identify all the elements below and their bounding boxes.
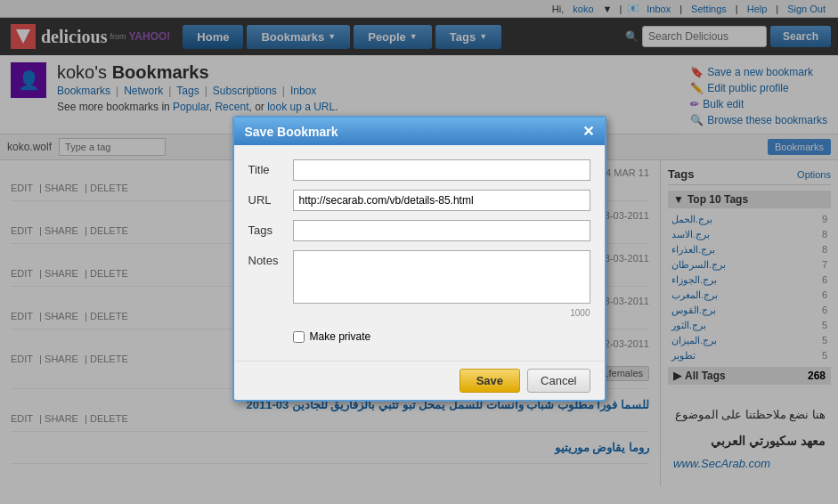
make-private-checkbox[interactable] [293,331,305,343]
modal-cancel-button[interactable]: Cancel [527,369,590,393]
modal-header: Save Bookmark ✕ [234,118,605,145]
tags-field [293,220,590,241]
title-form-row: Title [248,159,590,181]
notes-textarea[interactable] [293,250,590,304]
tags-label: Tags [248,220,293,237]
modal-footer: Save Cancel [234,361,605,400]
save-bookmark-modal: Save Bookmark ✕ Title URL Tags [232,116,606,402]
tags-form-row: Tags [248,220,590,241]
modal-title: Save Bookmark [245,125,338,139]
url-input[interactable] [293,190,590,211]
notes-label: Notes [248,250,293,267]
url-form-row: URL [248,190,590,211]
title-input[interactable] [293,159,590,181]
notes-form-row: Notes 1000 [248,250,590,318]
modal-close-button[interactable]: ✕ [582,123,594,140]
tags-input[interactable] [293,220,590,241]
modal-save-button[interactable]: Save [460,369,520,393]
url-field [293,190,590,211]
modal-overlay: Save Bookmark ✕ Title URL Tags [0,0,838,504]
title-field [293,159,590,181]
make-private-row: Make private [293,327,590,346]
title-label: Title [248,159,293,176]
char-count: 1000 [293,308,590,318]
modal-body: Title URL Tags [234,145,605,361]
make-private-label: Make private [310,330,371,343]
url-label: URL [248,190,293,207]
notes-field: 1000 [293,250,590,318]
